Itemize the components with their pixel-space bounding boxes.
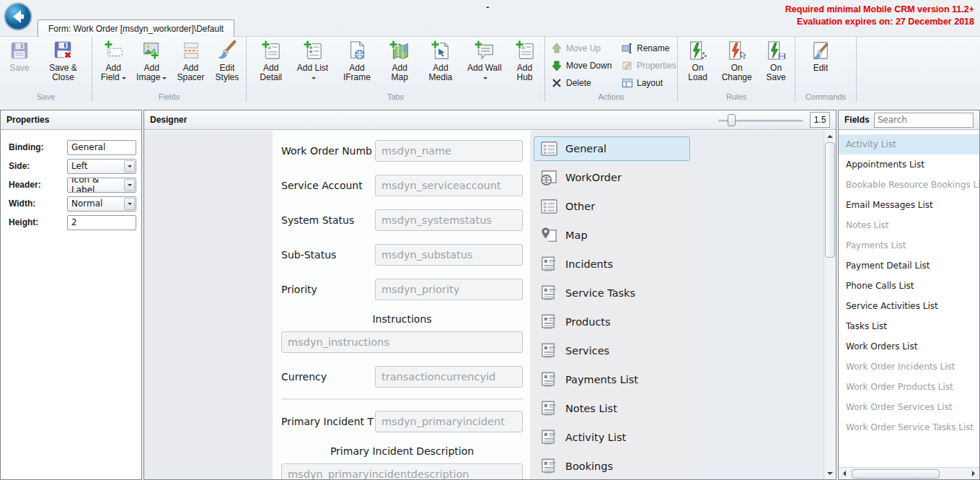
- form-tab-item[interactable]: Incidents: [534, 252, 690, 276]
- delete-button[interactable]: Delete: [548, 74, 617, 92]
- designer-vertical-scrollbar[interactable]: [824, 131, 836, 479]
- form-tab[interactable]: Form: Work Order [msdyn_workorder]\Defau…: [37, 19, 234, 37]
- form-field-row[interactable]: Priority msdyn_priority: [281, 279, 523, 300]
- save-button[interactable]: Save: [3, 38, 36, 73]
- add-media-button[interactable]: Add Media: [418, 38, 462, 82]
- form-tab-item[interactable]: General: [534, 136, 690, 161]
- field-list-item[interactable]: Bookable Resource Bookings List: [839, 175, 979, 195]
- field-list-item-label: Work Orders List: [846, 341, 917, 352]
- add-image-button[interactable]: Add Image: [131, 38, 172, 82]
- form-field-input[interactable]: msdyn_systemstatus: [375, 209, 523, 231]
- add-wall-icon: [474, 40, 495, 61]
- dropdown-arrow-icon[interactable]: [124, 179, 135, 191]
- property-input[interactable]: Normal: [67, 196, 136, 211]
- form-field-input[interactable]: msdyn_name: [375, 140, 523, 162]
- scroll-left-button[interactable]: [839, 468, 850, 479]
- field-list-item[interactable]: Phone Calls List: [839, 276, 979, 296]
- form-field-row[interactable]: Instructions msdyn_instructions: [281, 313, 523, 353]
- property-input[interactable]: 2: [67, 215, 136, 230]
- dropdown-arrow-icon[interactable]: [124, 198, 135, 210]
- property-input[interactable]: Left: [67, 159, 136, 174]
- add-wall-button[interactable]: Add Wall: [463, 38, 506, 82]
- form-tab-item[interactable]: Activity List: [534, 425, 690, 450]
- form-tab-item[interactable]: Bookings: [534, 454, 690, 479]
- form-tab-item[interactable]: Notes List: [534, 396, 690, 421]
- layout-button[interactable]: Layout: [619, 74, 678, 92]
- dropdown-arrow-icon[interactable]: [124, 160, 135, 173]
- save-close-button[interactable]: Save & Close: [36, 38, 90, 82]
- zoom-slider-thumb[interactable]: [728, 114, 736, 126]
- add-spacer-button[interactable]: Add Spacer: [172, 38, 210, 82]
- edit-styles-button[interactable]: Edit Styles: [210, 38, 244, 82]
- form-tab-item[interactable]: WorkOrder: [534, 165, 690, 190]
- form-field-row[interactable]: Sub-Status msdyn_substatus: [281, 244, 523, 266]
- form-tab-item[interactable]: Payments List: [534, 367, 690, 392]
- rename-label: Rename: [637, 43, 669, 53]
- scrollbar-thumb[interactable]: [852, 469, 940, 479]
- property-input[interactable]: General: [67, 140, 136, 155]
- field-list-item[interactable]: Tasks List: [839, 316, 979, 336]
- form-field-input[interactable]: msdyn_substatus: [375, 244, 523, 266]
- move-down-button[interactable]: Move Down: [548, 57, 617, 74]
- field-list-item[interactable]: Work Order Incidents List: [839, 357, 979, 377]
- form-field-row[interactable]: Service Account msdyn_serviceaccount: [281, 175, 523, 196]
- form-field-row[interactable]: Primary Incident Description msdyn_prima…: [281, 445, 523, 479]
- form-field-input[interactable]: transactioncurrencyid: [375, 366, 523, 388]
- field-list-item[interactable]: Activity List: [839, 134, 979, 154]
- scroll-up-button[interactable]: [825, 132, 835, 141]
- form-field-input[interactable]: msdyn_instructions: [281, 331, 523, 353]
- back-button[interactable]: [4, 2, 32, 31]
- field-list-item[interactable]: Payments List: [839, 235, 979, 256]
- form-field-input[interactable]: msdyn_priority: [375, 279, 523, 300]
- form-field-row[interactable]: System Status msdyn_systemstatus: [281, 209, 523, 231]
- form-field-row[interactable]: Primary Incident T msdyn_primaryincident: [281, 411, 523, 432]
- field-list-item[interactable]: Payment Detail List: [839, 256, 979, 276]
- scroll-down-button[interactable]: [825, 469, 835, 478]
- on-load-button[interactable]: On Load: [681, 38, 715, 82]
- form-field-row[interactable]: Currency transactioncurrencyid: [281, 366, 523, 388]
- add-iframe-button[interactable]: Add IFrame: [333, 38, 381, 82]
- move-up-button[interactable]: Move Up: [548, 40, 617, 57]
- edit-commands-button[interactable]: Edit: [804, 38, 837, 73]
- on-change-button[interactable]: On Change: [715, 38, 759, 82]
- field-list-item[interactable]: Service Activities List: [839, 296, 979, 316]
- field-list-item[interactable]: Email Messages List: [839, 195, 979, 215]
- form-tab-item[interactable]: Other: [534, 194, 690, 219]
- form-tab-item[interactable]: Products: [534, 310, 690, 334]
- field-list-item[interactable]: Notes List: [839, 215, 979, 235]
- properties-button[interactable]: Properties: [619, 57, 678, 74]
- add-list-button[interactable]: Add List: [292, 38, 332, 82]
- fields-search-input[interactable]: [874, 113, 974, 128]
- zoom-slider[interactable]: [718, 113, 803, 127]
- form-field-input[interactable]: msdyn_primaryincidentdescription: [281, 463, 523, 479]
- add-media-label: Add Media: [420, 64, 460, 82]
- add-field-button[interactable]: Add Field: [95, 38, 131, 82]
- form-tab-label: Service Tasks: [565, 287, 635, 299]
- form-field-row[interactable]: Work Order Numb msdyn_name: [281, 140, 523, 162]
- add-map-button[interactable]: Add Map: [381, 38, 418, 82]
- minimize-glyph: -: [486, 1, 489, 12]
- field-list-item[interactable]: Appointments List: [839, 154, 979, 175]
- form-tab-item[interactable]: Services: [534, 339, 690, 363]
- form-tab-item[interactable]: Map: [534, 223, 690, 248]
- scrollbar-thumb[interactable]: [825, 142, 835, 258]
- form-field-row[interactable]: [281, 398, 523, 400]
- form-field-input[interactable]: msdyn_serviceaccount: [375, 175, 523, 196]
- add-iframe-label: Add IFrame: [335, 64, 379, 82]
- fields-horizontal-scrollbar[interactable]: [839, 467, 979, 479]
- field-list-item[interactable]: Work Orders List: [839, 336, 979, 357]
- field-list-item[interactable]: Work Order Services List: [839, 397, 979, 417]
- field-list-item[interactable]: Work Order Products List: [839, 377, 979, 397]
- designer-panel-title: Designer: [150, 115, 187, 125]
- add-hub-button[interactable]: Add Hub: [506, 38, 543, 82]
- add-detail-label: Add Detail: [252, 64, 290, 82]
- on-save-button[interactable]: On Save: [759, 38, 793, 82]
- scroll-right-button[interactable]: [968, 468, 979, 479]
- form-tab-item[interactable]: Service Tasks: [534, 281, 690, 305]
- rename-button[interactable]: Rename: [619, 40, 678, 57]
- property-input[interactable]: Icon & Label: [67, 178, 136, 193]
- add-spacer-label: Add Spacer: [174, 64, 208, 82]
- form-field-input[interactable]: msdyn_primaryincident: [375, 411, 523, 432]
- add-detail-button[interactable]: Add Detail: [250, 38, 292, 82]
- field-list-item[interactable]: Work Order Service Tasks List: [839, 417, 979, 437]
